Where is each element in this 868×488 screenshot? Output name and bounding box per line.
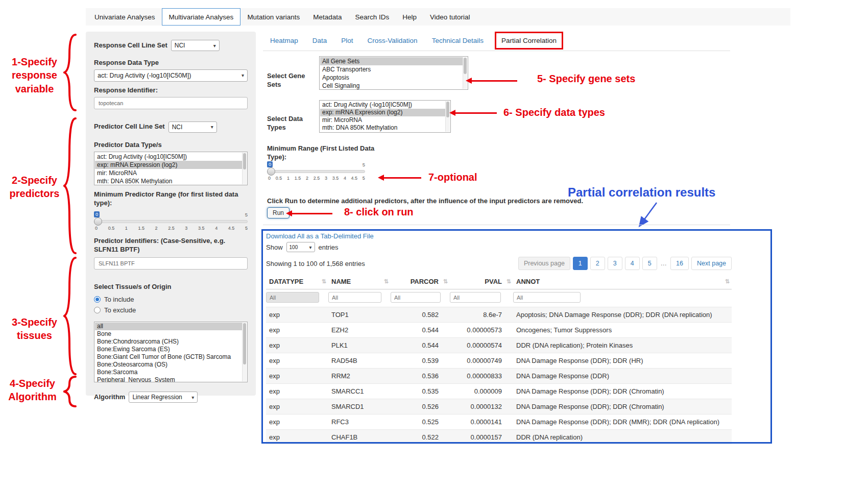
- tissue-exclude-radio[interactable]: To exclude: [94, 305, 248, 314]
- algorithm-select[interactable]: Linear Regression ▾: [129, 392, 198, 403]
- listbox-option-selected[interactable]: All Gene Sets: [320, 57, 467, 65]
- table-row[interactable]: exp SMARCD1 0.526 0.0000132 DNA Damage R…: [266, 399, 732, 414]
- slider-tick: 2: [306, 176, 308, 181]
- min-predictor-range-slider[interactable]: 0 5 0 0.5 1 1.5 2 2.5 3 3.5 4 4.5 5: [94, 211, 248, 233]
- table-row[interactable]: exp RAD54B 0.539 0.00000749 DNA Damage R…: [266, 353, 732, 369]
- sort-icon[interactable]: ⇅: [443, 278, 448, 285]
- listbox-option[interactable]: Cell Signaling: [320, 82, 467, 90]
- nav-mutation-variants[interactable]: Mutation variants: [240, 8, 306, 26]
- listbox-option[interactable]: mir: MicroRNA: [320, 116, 450, 124]
- predictor-identifiers-input[interactable]: [94, 257, 248, 270]
- filter-name-input[interactable]: [328, 292, 381, 303]
- sort-icon[interactable]: ⇅: [507, 278, 511, 285]
- table-row[interactable]: exp PLK1 0.544 0.00000574 DDR (DNA repli…: [266, 338, 732, 353]
- response-cell-line-select[interactable]: NCI ▾: [171, 40, 220, 51]
- page-button-4[interactable]: 4: [625, 257, 640, 270]
- page-button-5[interactable]: 5: [642, 257, 657, 270]
- listbox-option[interactable]: Bone:Ewing Sarcoma (ES): [95, 346, 247, 353]
- table-row[interactable]: exp EZH2 0.544 0.00000573 Oncogenes; Tum…: [266, 323, 732, 338]
- listbox-option-selected[interactable]: all: [95, 323, 247, 330]
- slider-track[interactable]: [267, 170, 365, 173]
- scrollbar-thumb[interactable]: [243, 323, 246, 364]
- listbox-option-selected[interactable]: exp: mRNA Expression (log2): [320, 109, 450, 116]
- table-header-row: DATATYPE ⇅ NAME ⇅ PARCOR ⇅ PVAL ⇅: [266, 274, 732, 289]
- table-row[interactable]: exp TOP1 0.582 8.6e-7 Apoptosis; DNA Dam…: [266, 307, 732, 323]
- sort-icon[interactable]: ⇅: [322, 278, 326, 285]
- predictor-data-types-listbox[interactable]: act: Drug Activity (-log10[IC50M]) exp: …: [94, 152, 248, 185]
- listbox-option[interactable]: Bone:Sarcoma: [95, 369, 247, 376]
- listbox-option[interactable]: Peripheral_Nervous_System: [95, 376, 247, 382]
- scrollbar-thumb[interactable]: [464, 58, 467, 74]
- page-button-2[interactable]: 2: [590, 257, 605, 270]
- listbox-option[interactable]: mir: MicroRNA: [95, 169, 247, 177]
- scrollbar[interactable]: [445, 101, 450, 132]
- column-header-name[interactable]: NAME ⇅: [328, 274, 391, 289]
- previous-page-button[interactable]: Previous page: [518, 257, 570, 270]
- scrollbar-thumb[interactable]: [243, 153, 246, 169]
- listbox-option[interactable]: Bone: [95, 330, 247, 338]
- nav-help[interactable]: Help: [396, 8, 423, 26]
- filter-datatype-input[interactable]: [266, 292, 319, 303]
- tissue-listbox[interactable]: all Bone Bone:Chondrosarcoma (CHS) Bone:…: [94, 322, 248, 382]
- listbox-option[interactable]: ABC Transporters: [320, 65, 467, 74]
- listbox-option[interactable]: Apoptosis: [320, 74, 467, 82]
- page-button-3[interactable]: 3: [608, 257, 622, 270]
- response-identifier-input[interactable]: [94, 97, 248, 109]
- scrollbar[interactable]: [242, 323, 247, 381]
- listbox-option[interactable]: mth: DNA 850K Methylation: [320, 124, 450, 132]
- response-data-type-select[interactable]: act: Drug Activity (-log10[IC50M]) ▾: [94, 69, 248, 82]
- table-row[interactable]: exp CHAF1B 0.522 0.0000157 DDR (DNA repl…: [266, 430, 732, 445]
- tab-cross-validation[interactable]: Cross-Validation: [360, 32, 425, 49]
- table-row[interactable]: exp SMARCC1 0.535 0.000009 DNA Damage Re…: [266, 384, 732, 399]
- predictor-cell-line-select[interactable]: NCI ▾: [168, 121, 217, 133]
- filter-parcor-input[interactable]: [391, 292, 441, 303]
- filter-pval-input[interactable]: [450, 292, 501, 303]
- column-header-annot[interactable]: ANNOT ⇅: [513, 274, 732, 289]
- cell-pval: 0.0000132: [450, 399, 513, 414]
- min-range-slider[interactable]: 0 5 0 0.5 1 1.5 2 2.5 3 3.5 4 4.5 5: [267, 161, 365, 183]
- cell-datatype: exp: [266, 353, 328, 369]
- sort-icon[interactable]: ⇅: [384, 278, 389, 285]
- column-header-datatype[interactable]: DATATYPE ⇅: [266, 274, 328, 289]
- arrow-left-icon: [471, 80, 517, 82]
- data-types-listbox[interactable]: act: Drug Activity (-log10[IC50M]) exp: …: [319, 100, 451, 133]
- tab-data[interactable]: Data: [305, 32, 334, 49]
- listbox-option[interactable]: act: Drug Activity (-log10[IC50M]): [320, 101, 450, 109]
- tab-partial-correlation[interactable]: Partial Correlation: [495, 32, 563, 50]
- filter-annot-input[interactable]: [513, 292, 581, 303]
- scrollbar[interactable]: [463, 57, 467, 89]
- next-page-button[interactable]: Next page: [691, 257, 732, 270]
- nav-metadata[interactable]: Metadata: [306, 8, 348, 26]
- nav-search-ids[interactable]: Search IDs: [348, 8, 396, 26]
- column-header-parcor[interactable]: PARCOR ⇅: [391, 274, 450, 289]
- listbox-option-selected[interactable]: exp: mRNA Expression (log2): [95, 161, 247, 169]
- listbox-option[interactable]: mth: DNA 850K Methylation: [95, 177, 247, 185]
- tab-heatmap[interactable]: Heatmap: [263, 32, 305, 49]
- table-row[interactable]: exp RRM2 0.536 0.00000833 DNA Damage Res…: [266, 369, 732, 384]
- chevron-down-icon: ▾: [191, 395, 194, 400]
- column-header-pval[interactable]: PVAL ⇅: [450, 274, 513, 289]
- nav-univariate-analyses[interactable]: Univariate Analyses: [88, 8, 162, 26]
- slider-handle[interactable]: [267, 167, 275, 176]
- table-row[interactable]: exp RFC3 0.525 0.0000141 DNA Damage Resp…: [266, 414, 732, 430]
- listbox-option[interactable]: Bone:Osteosarcoma (OS): [95, 361, 247, 369]
- sort-icon[interactable]: ⇅: [725, 278, 730, 285]
- slider-track[interactable]: [94, 220, 248, 223]
- page-button-16[interactable]: 16: [670, 257, 689, 270]
- slider-handle[interactable]: [94, 217, 102, 226]
- page-size-select[interactable]: 100 ▾: [286, 242, 315, 252]
- scrollbar[interactable]: [242, 153, 247, 184]
- listbox-option[interactable]: act: Drug Activity (-log10[IC50M]): [95, 153, 247, 161]
- nav-multivariate-analyses[interactable]: Multivariate Analyses: [162, 8, 241, 26]
- nav-video-tutorial[interactable]: Video tutorial: [423, 8, 477, 26]
- tab-technical-details[interactable]: Technical Details: [425, 32, 491, 49]
- listbox-option[interactable]: Bone:Chondrosarcoma (CHS): [95, 338, 247, 346]
- page-button-1[interactable]: 1: [573, 257, 588, 270]
- tab-plot[interactable]: Plot: [334, 32, 360, 49]
- listbox-option[interactable]: Bone:Giant Cell Tumor of Bone (GCTB) Sar…: [95, 353, 247, 361]
- gene-sets-listbox[interactable]: All Gene Sets ABC Transporters Apoptosis…: [319, 56, 468, 90]
- slider-tick: 4.5: [351, 176, 358, 181]
- tissue-include-radio[interactable]: To include: [94, 295, 248, 304]
- download-link[interactable]: Download All as a Tab-Delimited File: [266, 232, 374, 240]
- arrow-left-icon: [383, 177, 421, 179]
